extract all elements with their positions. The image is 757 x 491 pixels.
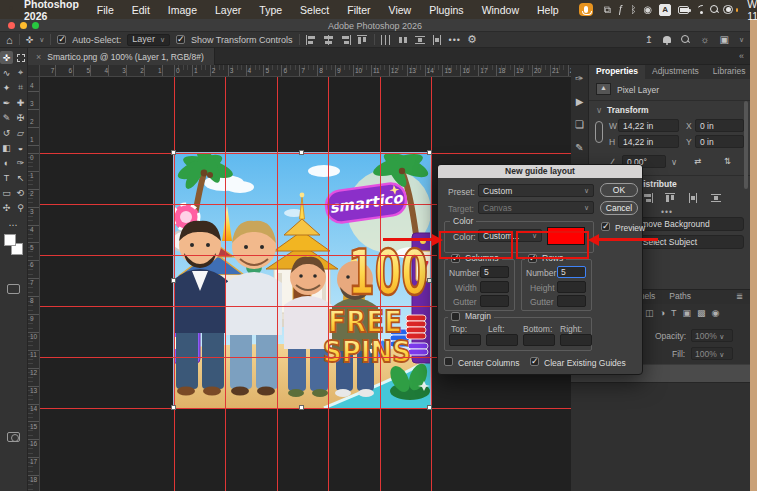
- margin-top-field[interactable]: [449, 334, 481, 346]
- clone-stamp-tool[interactable]: ✠: [14, 111, 27, 124]
- align-right-edges-icon[interactable]: [340, 35, 351, 45]
- zoom-tool[interactable]: ⚲: [14, 201, 27, 214]
- shape-tool[interactable]: ▭: [0, 186, 13, 199]
- align-left-edges-icon[interactable]: [306, 35, 317, 45]
- guide-horizontal[interactable]: [40, 153, 571, 154]
- close-tab-icon[interactable]: ×: [36, 52, 41, 62]
- marquee-tool[interactable]: [14, 51, 27, 64]
- panel-menu-icon[interactable]: ▤: [752, 65, 757, 79]
- chevron-down-icon[interactable]: ∨: [739, 36, 744, 44]
- tab-adjustments[interactable]: Adjustments: [645, 65, 706, 79]
- actions-play-icon[interactable]: ▶: [576, 96, 584, 107]
- columns-number-field[interactable]: 5: [480, 266, 509, 278]
- eraser-tool[interactable]: ▱: [14, 126, 27, 139]
- menu-layer[interactable]: Layer: [206, 4, 250, 16]
- filter-pixel-icon[interactable]: ◫: [645, 308, 654, 318]
- move-tool[interactable]: ✜: [0, 51, 13, 64]
- move-tool-preset-icon[interactable]: ✜: [26, 35, 34, 45]
- transform-handle[interactable]: [171, 278, 176, 283]
- rows-height-field[interactable]: [557, 281, 586, 293]
- collapse-panels-icon[interactable]: «: [739, 51, 744, 61]
- filter-smart-icon[interactable]: ▩: [697, 308, 706, 318]
- guide-vertical[interactable]: [431, 77, 432, 491]
- cancel-button[interactable]: Cancel: [600, 201, 638, 215]
- tab-libraries[interactable]: Libraries: [706, 65, 753, 79]
- distribute-spacing-icon[interactable]: [432, 35, 443, 45]
- menu-type[interactable]: Type: [250, 4, 291, 16]
- opacity-value-field[interactable]: 100% ∨: [691, 329, 733, 342]
- horizontal-ruler[interactable]: 7654321012345678910111213141516171819202…: [40, 65, 571, 77]
- eyedropper-tool[interactable]: ✒: [0, 96, 13, 109]
- share-icon[interactable]: ↥: [645, 34, 653, 45]
- dodge-tool[interactable]: ◐: [0, 156, 13, 169]
- menu-view[interactable]: View: [380, 4, 421, 16]
- width-field[interactable]: 14,22 in: [618, 119, 679, 132]
- ok-button[interactable]: OK: [600, 183, 638, 197]
- foreground-color-swatch[interactable]: [4, 234, 16, 246]
- quick-selection-tool[interactable]: ✦: [0, 81, 13, 94]
- filter-pin-icon[interactable]: ◉: [711, 308, 719, 318]
- columns-gutter-field[interactable]: [480, 295, 509, 307]
- align-top-edges-icon[interactable]: [665, 193, 676, 203]
- healing-brush-tool[interactable]: ✚: [14, 96, 27, 109]
- shortcuts-icon[interactable]: ƒ: [618, 4, 624, 15]
- height-field[interactable]: 14,22 in: [618, 135, 679, 148]
- tab-paths[interactable]: Paths: [662, 290, 698, 304]
- margin-checkbox[interactable]: [451, 312, 460, 321]
- rows-number-field[interactable]: 5: [557, 266, 586, 278]
- filter-shape-icon[interactable]: ▣: [682, 308, 691, 318]
- type-tool[interactable]: T: [0, 171, 13, 184]
- filter-adjustment-icon[interactable]: ◑: [660, 308, 665, 318]
- brush-settings-icon[interactable]: ✑: [575, 73, 583, 84]
- panel-menu-icon[interactable]: ≣: [729, 290, 750, 304]
- auto-select-dropdown[interactable]: Layer∨: [127, 34, 170, 46]
- spotlight-search-icon[interactable]: [710, 5, 716, 14]
- preview-checkbox[interactable]: [601, 222, 610, 231]
- show-transform-checkbox[interactable]: [176, 35, 185, 44]
- document-image[interactable]: CASINO 7: [174, 153, 430, 408]
- screen-mode-icon[interactable]: [7, 284, 20, 294]
- path-selection-tool[interactable]: ↖: [14, 171, 27, 184]
- menu-filter[interactable]: Filter: [338, 4, 379, 16]
- guide-vertical[interactable]: [174, 77, 175, 491]
- fill-value-field[interactable]: 100% ∨: [691, 347, 733, 360]
- menu-help[interactable]: Help: [528, 4, 568, 16]
- transform-handle[interactable]: [299, 405, 304, 410]
- guide-horizontal[interactable]: [40, 408, 571, 409]
- menu-select[interactable]: Select: [291, 4, 338, 16]
- margin-left-field[interactable]: [486, 334, 518, 346]
- transform-handle[interactable]: [299, 150, 304, 155]
- pen-tool[interactable]: ✑: [14, 156, 27, 169]
- workspace-gear-icon[interactable]: ⚙: [467, 33, 477, 46]
- align-right-edges-icon[interactable]: [642, 193, 653, 203]
- flip-vertical-icon[interactable]: ⇅: [724, 156, 731, 166]
- distribute-center-icon[interactable]: [398, 35, 409, 45]
- dictation-mic-button[interactable]: [579, 3, 593, 16]
- brightness-icon[interactable]: ☼: [700, 34, 709, 45]
- vertical-ruler[interactable]: 43210123456789101112131415161718: [28, 77, 40, 491]
- bluetooth-icon[interactable]: ᛒ: [630, 4, 636, 15]
- guide-vertical[interactable]: [225, 77, 226, 491]
- margin-bottom-field[interactable]: [523, 334, 555, 346]
- align-top-edges-icon[interactable]: [357, 35, 368, 45]
- distribute-right-icon[interactable]: [415, 35, 426, 45]
- transform-section-label[interactable]: Transform: [607, 105, 649, 115]
- history-brush-tool[interactable]: ↺: [0, 126, 13, 139]
- transform-section-chevron[interactable]: ∨: [596, 105, 602, 115]
- crop-tool[interactable]: ⌗: [14, 81, 27, 94]
- rows-gutter-field[interactable]: [557, 295, 586, 307]
- quick-mask-icon[interactable]: [7, 432, 20, 442]
- transform-handle[interactable]: [427, 278, 432, 283]
- menu-file[interactable]: File: [88, 4, 123, 16]
- flip-horizontal-icon[interactable]: ⇄: [694, 156, 701, 166]
- tab-properties[interactable]: Properties: [589, 65, 645, 79]
- panel-scrollbar[interactable]: [744, 101, 748, 189]
- auto-select-checkbox[interactable]: [57, 35, 66, 44]
- transform-handle[interactable]: [427, 150, 432, 155]
- filter-type-icon[interactable]: T: [671, 308, 677, 318]
- menu-clock[interactable]: Wed 4 Feb 11:14: [747, 0, 757, 22]
- guide-vertical[interactable]: [380, 77, 381, 491]
- rotate-view-tool[interactable]: ⟲: [14, 186, 27, 199]
- hand-tool[interactable]: ✣: [0, 201, 13, 214]
- screen-mirroring-icon[interactable]: ⧉: [604, 4, 611, 16]
